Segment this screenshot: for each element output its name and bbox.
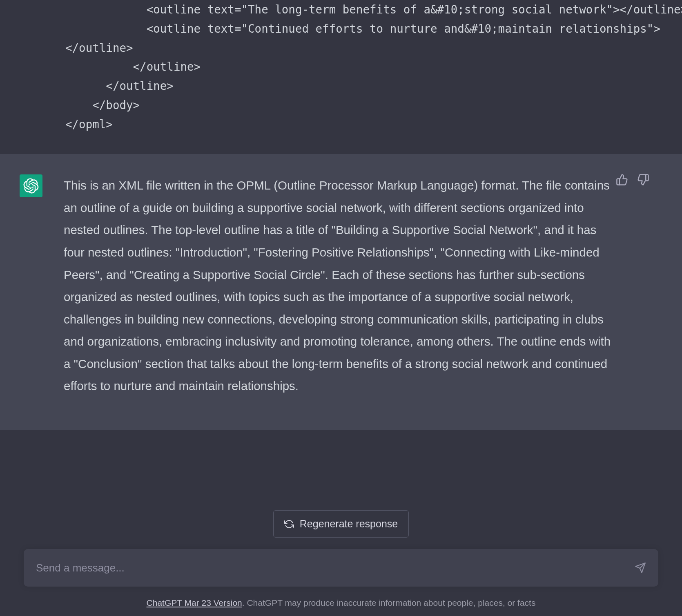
thumbs-down-button[interactable] xyxy=(637,174,649,186)
regenerate-icon xyxy=(284,519,294,529)
send-icon[interactable] xyxy=(635,562,646,574)
user-message: <outline text="The long-term benefits of… xyxy=(0,0,682,154)
feedback-controls xyxy=(616,174,649,186)
message-input-box[interactable] xyxy=(24,549,658,587)
input-row xyxy=(0,549,682,587)
thumbs-up-button[interactable] xyxy=(616,174,628,186)
thumbs-up-icon xyxy=(616,174,628,186)
openai-logo-icon xyxy=(23,178,39,194)
thumbs-down-icon xyxy=(637,174,649,186)
regenerate-button[interactable]: Regenerate response xyxy=(273,510,409,538)
disclaimer: ChatGPT Mar 23 Version. ChatGPT may prod… xyxy=(0,598,682,616)
assistant-message: This is an XML file written in the OPML … xyxy=(0,154,682,430)
bottom-controls: Regenerate response ChatGPT Mar 23 Versi… xyxy=(0,474,682,616)
assistant-avatar xyxy=(20,174,42,197)
regenerate-row: Regenerate response xyxy=(0,510,682,538)
code-block: <outline text="The long-term benefits of… xyxy=(0,0,682,134)
version-link[interactable]: ChatGPT Mar 23 Version xyxy=(147,598,242,607)
assistant-response-text: This is an XML file written in the OPML … xyxy=(64,174,617,397)
regenerate-label: Regenerate response xyxy=(300,518,398,530)
conversation-area: <outline text="The long-term benefits of… xyxy=(0,0,682,474)
message-input[interactable] xyxy=(36,562,635,574)
disclaimer-text: . ChatGPT may produce inaccurate informa… xyxy=(242,598,536,607)
